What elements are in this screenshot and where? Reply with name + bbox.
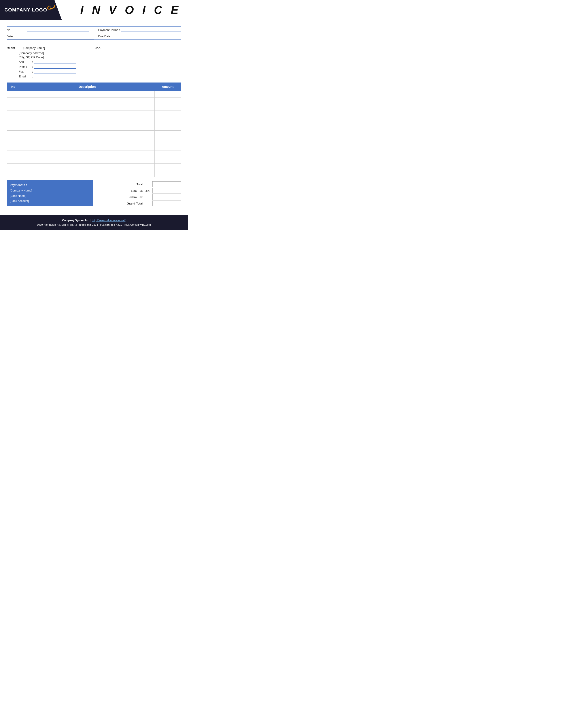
col-description: Description	[20, 83, 154, 91]
row-desc	[20, 124, 154, 131]
table-row	[7, 111, 181, 117]
payment-block: Payment to : [Company Name] [Bank Name] …	[7, 180, 93, 206]
page-header: COMPANY LOGO I N V O I C E	[0, 0, 188, 20]
total-row: Total	[95, 181, 181, 187]
job-label: Job	[95, 46, 104, 50]
row-no	[7, 164, 20, 170]
row-desc	[20, 111, 154, 117]
row-amount	[154, 144, 181, 150]
table-row	[7, 137, 181, 144]
row-desc	[20, 157, 154, 164]
phone-label: Phone	[19, 65, 31, 68]
logo-swirl-icon	[47, 4, 55, 10]
date-row: Date :	[7, 33, 94, 39]
row-desc	[20, 144, 154, 150]
table-row	[7, 150, 181, 157]
job-line-1	[107, 46, 174, 50]
fax-value	[34, 69, 76, 73]
table-row	[7, 170, 181, 177]
federal-tax-row: Federal Tax	[95, 194, 181, 200]
client-company-name: [Company Name]	[23, 46, 80, 50]
footer-line-2: 8030 Harrington Rd, Miami, USA | Ph 555-…	[4, 223, 183, 227]
row-desc	[20, 91, 154, 98]
col-amount: Amount	[154, 83, 181, 91]
email-value	[34, 74, 76, 78]
table-row	[7, 104, 181, 111]
row-amount	[154, 91, 181, 98]
grand-total-row: Grand Total	[95, 201, 181, 206]
row-amount	[154, 111, 181, 117]
table-row	[7, 164, 181, 170]
state-tax-row: State Tax 3%	[95, 188, 181, 193]
row-no	[7, 91, 20, 98]
date-label: Date	[7, 35, 24, 38]
client-city-row: [City, ST, ZIP Code]	[19, 56, 93, 59]
col-no: No	[7, 83, 20, 91]
client-email-row: Email :	[19, 74, 93, 78]
payment-terms-value	[121, 28, 181, 32]
grand-total-label: Grand Total	[118, 202, 143, 205]
job-block: Job :	[95, 46, 181, 79]
client-fax-row: Fax :	[19, 69, 93, 73]
row-no	[7, 150, 20, 157]
row-amount	[154, 124, 181, 131]
table-row	[7, 131, 181, 137]
state-tax-percent: 3%	[144, 189, 150, 192]
invoice-title: I N V O I C E	[80, 3, 181, 17]
date-value	[27, 34, 89, 38]
attn-label: Attn	[19, 60, 31, 64]
row-amount	[154, 170, 181, 177]
row-no	[7, 111, 20, 117]
table-row	[7, 91, 181, 98]
row-amount	[154, 104, 181, 111]
logo-block: COMPANY LOGO	[0, 0, 62, 20]
attn-value	[34, 60, 76, 64]
federal-tax-value	[152, 194, 181, 200]
client-attn-row: Attn :	[19, 60, 93, 64]
table-header-row: No Description Amount	[7, 83, 181, 91]
due-date-value	[119, 34, 181, 38]
grand-total-value	[152, 201, 181, 206]
footer-website[interactable]: http://freewordtemplates.net/	[92, 219, 125, 222]
row-desc	[20, 137, 154, 144]
row-desc	[20, 170, 154, 177]
federal-tax-label: Federal Tax	[118, 195, 143, 199]
client-phone-row: Phone :	[19, 65, 93, 69]
row-desc	[20, 117, 154, 124]
table-row	[7, 117, 181, 124]
fax-label: Fax	[19, 70, 31, 73]
row-no	[7, 157, 20, 164]
client-block: Client : [Company Name] [Company Address…	[7, 46, 93, 79]
row-no	[7, 137, 20, 144]
row-amount	[154, 117, 181, 124]
total-value	[152, 181, 181, 187]
row-amount	[154, 164, 181, 170]
table-row	[7, 157, 181, 164]
svg-point-1	[50, 5, 55, 9]
table-row	[7, 98, 181, 104]
table-section: No Description Amount	[0, 83, 188, 177]
row-amount	[154, 157, 181, 164]
no-row: No :	[7, 27, 94, 33]
row-amount	[154, 98, 181, 104]
row-desc	[20, 131, 154, 137]
job-header: Job :	[95, 46, 181, 52]
email-label: Email	[19, 75, 31, 78]
client-address-row: [Company Address]	[19, 51, 93, 55]
total-label: Total	[118, 183, 143, 186]
table-row	[7, 144, 181, 150]
row-desc	[20, 164, 154, 170]
row-no	[7, 117, 20, 124]
totals-block: Total State Tax 3% Federal Tax Grand Tot…	[95, 180, 181, 206]
table-row	[7, 124, 181, 131]
phone-value	[34, 65, 76, 69]
client-job-section: Client : [Company Name] [Company Address…	[0, 43, 188, 83]
info-section: No : Payment Terms : Date : Due Date :	[0, 24, 188, 43]
row-amount	[154, 150, 181, 157]
company-logo-text: COMPANY LOGO	[4, 7, 47, 13]
client-header: Client : [Company Name]	[7, 46, 93, 50]
row-no	[7, 144, 20, 150]
state-tax-label: State Tax	[118, 189, 143, 192]
row-amount	[154, 137, 181, 144]
row-amount	[154, 131, 181, 137]
